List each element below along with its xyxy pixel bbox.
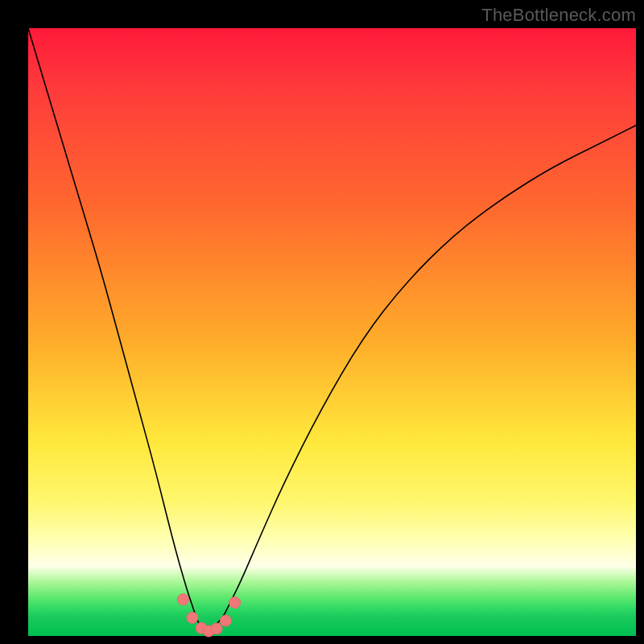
dip-marker [211,623,222,634]
dip-marker [178,594,189,605]
dip-marker [220,615,231,626]
dip-marker [187,612,198,623]
dip-marker [229,597,241,609]
chart-frame: TheBottleneck.com [0,0,644,644]
watermark-text: TheBottleneck.com [481,5,636,26]
bottleneck-curve [28,28,636,636]
plot-area [28,28,636,636]
